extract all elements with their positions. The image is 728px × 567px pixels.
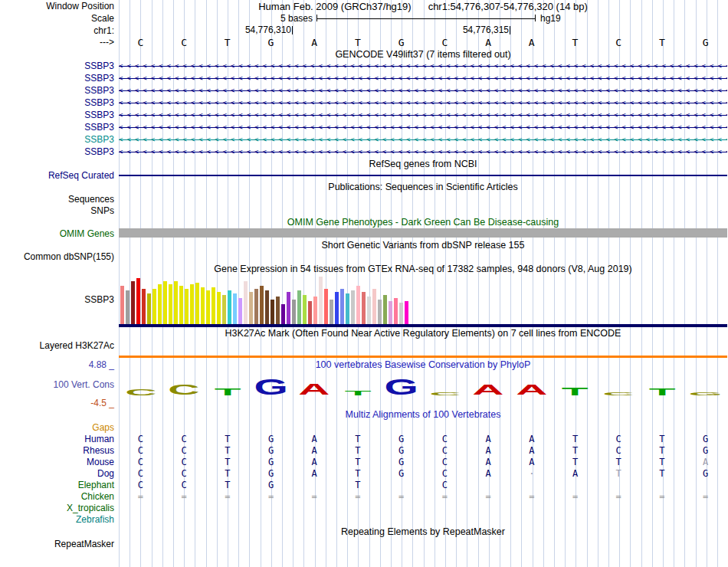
sequences-label[interactable]: Sequences xyxy=(0,194,119,205)
gene-transcript-line[interactable]: <<<<<<<<<<<<<<<<<<<<<<<<<<<<<<<<<<<<<<<<… xyxy=(119,72,727,84)
gene-label[interactable]: SSBP3 xyxy=(0,122,119,133)
omim-genes-label[interactable]: OMIM Genes xyxy=(0,228,119,239)
gtex-tissue-bar[interactable] xyxy=(120,286,124,324)
gtex-tissue-bar[interactable] xyxy=(292,300,296,324)
gtex-tissue-bar[interactable] xyxy=(399,303,403,324)
species-alignment-content[interactable]: ============== xyxy=(119,490,727,502)
gtex-bars[interactable] xyxy=(120,277,408,324)
reference-sequence-content[interactable]: CCTGATGCAATCTG xyxy=(119,36,727,48)
gene-label[interactable]: SSBP3 xyxy=(0,73,119,84)
species-alignment-content[interactable] xyxy=(119,502,727,513)
gtex-tissue-bar[interactable] xyxy=(228,290,231,324)
gtex-tissue-bar[interactable] xyxy=(389,301,392,324)
gtex-tissue-bar[interactable] xyxy=(303,295,307,324)
gtex-tissue-bar[interactable] xyxy=(163,281,167,324)
species-label[interactable]: X_tropicalis xyxy=(0,503,119,513)
species-alignment-content[interactable]: CCTGTC xyxy=(119,479,727,490)
gene-transcript-line[interactable]: <<<<<<<<<<<<<<<<<<<<<<<<<<<<<<<<<<<<<<<<… xyxy=(119,121,727,133)
gtex-tissue-bar[interactable] xyxy=(254,289,258,324)
gtex-tissue-bar[interactable] xyxy=(356,286,360,324)
gtex-tissue-bar[interactable] xyxy=(126,290,130,324)
gtex-tissue-bar[interactable] xyxy=(244,281,248,324)
gtex-tissue-bar[interactable] xyxy=(405,301,408,324)
species-alignment-content[interactable]: CCTGATGCAATCTG xyxy=(119,444,727,456)
species-label[interactable]: Dog xyxy=(0,468,119,479)
gtex-tissue-bar[interactable] xyxy=(330,300,333,324)
species-label[interactable]: Zebrafish xyxy=(0,514,119,525)
species-alignment-content[interactable]: CCTGATGCAATCTG xyxy=(119,433,727,444)
snps-label[interactable]: SNPs xyxy=(0,205,119,216)
gtex-tissue-bar[interactable] xyxy=(201,287,205,324)
gtex-tissue-bar[interactable] xyxy=(142,289,146,324)
species-label[interactable]: Rhesus xyxy=(0,445,119,456)
gtex-tissue-bar[interactable] xyxy=(313,297,317,324)
gene-label[interactable]: SSBP3 xyxy=(0,146,119,157)
gene-label[interactable]: SSBP3 xyxy=(0,97,119,108)
h3k27ac-signal-line[interactable] xyxy=(119,356,727,358)
gene-label[interactable]: SSBP3 xyxy=(0,134,119,145)
gene-label[interactable]: SSBP3 xyxy=(0,110,119,120)
gtex-tissue-bar[interactable] xyxy=(222,295,226,324)
gene-label[interactable]: SSBP3 xyxy=(0,85,119,96)
gtex-tissue-bar[interactable] xyxy=(351,290,355,324)
gene-transcript-line[interactable]: <<<<<<<<<<<<<<<<<<<<<<<<<<<<<<<<<<<<<<<<… xyxy=(119,133,727,146)
gtex-tissue-bar[interactable] xyxy=(346,293,349,324)
gtex-tissue-bar[interactable] xyxy=(367,297,371,324)
gtex-tissue-bar[interactable] xyxy=(276,297,280,324)
h3k27ac-label[interactable]: Layered H3K27Ac xyxy=(0,340,119,351)
refseq-curated-label[interactable]: RefSeq Curated xyxy=(0,170,119,181)
gene-transcript-line[interactable]: <<<<<<<<<<<<<<<<<<<<<<<<<<<<<<<<<<<<<<<<… xyxy=(119,109,727,121)
gene-transcript-line[interactable]: <<<<<<<<<<<<<<<<<<<<<<<<<<<<<<<<<<<<<<<<… xyxy=(119,146,727,158)
gtex-tissue-bar[interactable] xyxy=(174,281,178,324)
gtex-tissue-bar[interactable] xyxy=(206,290,210,324)
species-label[interactable]: Human xyxy=(0,434,119,444)
gtex-tissue-bar[interactable] xyxy=(179,286,183,324)
gtex-tissue-bar[interactable] xyxy=(319,277,323,324)
gtex-tissue-bar[interactable] xyxy=(158,284,162,324)
gene-transcript-line[interactable]: <<<<<<<<<<<<<<<<<<<<<<<<<<<<<<<<<<<<<<<<… xyxy=(119,84,727,97)
gtex-tissue-bar[interactable] xyxy=(185,289,189,324)
gtex-tissue-bar[interactable] xyxy=(383,295,387,324)
repeatmasker-label[interactable]: RepeatMasker xyxy=(0,539,119,549)
refseq-curated-track[interactable] xyxy=(119,175,727,176)
gtex-tissue-bar[interactable] xyxy=(335,292,339,324)
gtex-tissue-bar[interactable] xyxy=(195,283,199,324)
gene-label[interactable]: SSBP3 xyxy=(0,61,119,71)
gtex-tissue-bar[interactable] xyxy=(233,293,237,324)
species-alignment-content[interactable]: CCTGATGCA·ATTG xyxy=(119,467,727,479)
gtex-tissue-bar[interactable] xyxy=(271,300,274,324)
gtex-tissue-bar[interactable] xyxy=(324,289,328,324)
gtex-tissue-bar[interactable] xyxy=(217,292,221,324)
gtex-tissue-bar[interactable] xyxy=(340,289,344,324)
gtex-tissue-bar[interactable] xyxy=(212,287,215,324)
gtex-gene-label[interactable]: SSBP3 xyxy=(0,294,119,305)
gtex-tissue-bar[interactable] xyxy=(281,304,285,324)
species-alignment-content[interactable] xyxy=(119,513,727,525)
gtex-tissue-bar[interactable] xyxy=(147,293,151,324)
gtex-tissue-bar[interactable] xyxy=(190,284,194,324)
gtex-tissue-bar[interactable] xyxy=(308,301,312,324)
dbsnp-label[interactable]: Common dbSNP(155) xyxy=(0,251,119,262)
gtex-tissue-bar[interactable] xyxy=(287,292,290,324)
gtex-tissue-bar[interactable] xyxy=(152,289,156,324)
gene-transcript-line[interactable]: <<<<<<<<<<<<<<<<<<<<<<<<<<<<<<<<<<<<<<<<… xyxy=(119,60,727,72)
omim-genes-track[interactable] xyxy=(119,228,727,238)
gtex-tissue-bar[interactable] xyxy=(238,298,242,324)
gtex-tissue-bar[interactable] xyxy=(394,298,398,324)
gtex-tissue-bar[interactable] xyxy=(169,284,172,324)
species-label[interactable]: Chicken xyxy=(0,491,119,502)
gtex-tissue-bar[interactable] xyxy=(378,300,382,324)
species-label[interactable]: Elephant xyxy=(0,480,119,490)
gtex-tissue-bar[interactable] xyxy=(249,292,253,324)
species-alignment-content[interactable]: CCTGATGCAATTTA xyxy=(119,456,727,467)
gtex-tissue-bar[interactable] xyxy=(260,286,264,324)
gtex-tissue-bar[interactable] xyxy=(265,290,269,324)
conservation-track-label[interactable]: 100 Vert. Cons xyxy=(0,379,119,390)
species-label[interactable]: Mouse xyxy=(0,457,119,467)
gtex-tissue-bar[interactable] xyxy=(362,292,366,324)
gtex-tissue-bar[interactable] xyxy=(136,278,140,324)
gtex-tissue-bar[interactable] xyxy=(297,290,301,324)
species-label[interactable]: Gaps xyxy=(0,422,119,433)
gtex-tissue-bar[interactable] xyxy=(372,289,376,324)
species-alignment-content[interactable] xyxy=(119,421,727,433)
